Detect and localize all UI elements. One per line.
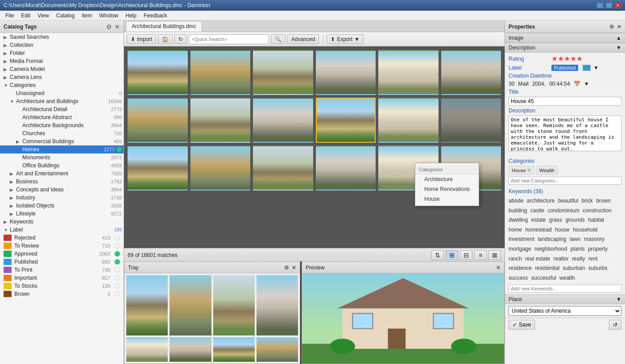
menu-edit[interactable]: Edit <box>17 12 34 20</box>
save-button[interactable]: ✓ Save <box>509 320 535 330</box>
tree-homes[interactable]: Homes 2277 <box>0 145 124 153</box>
label-approved[interactable]: Approved 2063 <box>0 250 124 258</box>
tray-item[interactable] <box>170 337 211 362</box>
label-to-stocks[interactable]: To Stocks 135 <box>0 282 124 290</box>
refresh-button[interactable]: ↻ <box>174 34 187 44</box>
tab-main[interactable]: Architectural Buildings.dmc <box>126 21 202 32</box>
ctx-architecture[interactable]: Architecture <box>415 174 479 184</box>
maximize-button[interactable]: □ <box>605 2 613 8</box>
detail-view-button[interactable]: ⊠ <box>488 250 501 260</box>
kw-wealth[interactable]: wealth <box>559 275 575 281</box>
description-section-header[interactable]: Description ▼ <box>505 43 625 53</box>
image-thumb[interactable] <box>441 98 501 143</box>
undo-button[interactable]: ↺ <box>609 320 621 330</box>
tree-categories[interactable]: ▼ Categories <box>0 81 124 89</box>
kw-property[interactable]: property <box>588 246 608 252</box>
menu-file[interactable]: File <box>2 12 17 20</box>
tray-item[interactable] <box>126 275 168 335</box>
kw-lawn[interactable]: lawn <box>570 236 581 242</box>
home-button[interactable]: 🏠 <box>158 34 173 44</box>
tree-art-entertainment[interactable]: ▶ Art and Entertainment 7920 <box>0 170 124 178</box>
tree-arch-abstract[interactable]: Architecture Abstract 990 <box>0 113 124 121</box>
label-to-print[interactable]: To Print 736 <box>0 266 124 274</box>
menu-feedback[interactable]: Feedback <box>140 12 171 20</box>
image-thumb[interactable] <box>316 145 376 190</box>
tray-item[interactable] <box>126 337 168 362</box>
grid-view-button[interactable]: ⊞ <box>446 250 458 260</box>
kw-real-estate[interactable]: real estate <box>525 256 550 262</box>
image-thumb[interactable] <box>190 145 251 190</box>
cat-tag-wealth[interactable]: Wealth <box>536 166 558 175</box>
image-thumb[interactable] <box>253 145 313 190</box>
menu-help[interactable]: Help <box>122 12 140 20</box>
image-thumb[interactable] <box>190 98 251 143</box>
image-thumb[interactable] <box>128 50 188 95</box>
image-thumb[interactable] <box>128 145 188 190</box>
tray-item[interactable] <box>257 337 298 362</box>
calendar-icon[interactable]: 📅 <box>574 81 580 87</box>
ctx-home-renovations[interactable]: Home Renovations <box>415 184 479 194</box>
label-published-toggle[interactable] <box>115 259 120 265</box>
kw-abode[interactable]: abode <box>509 198 523 204</box>
sort-button[interactable]: ⇅ <box>431 250 444 260</box>
tree-camera-model[interactable]: ▶ Camera Model <box>0 65 124 73</box>
kw-plants[interactable]: plants <box>571 246 585 252</box>
export-button[interactable]: ⬆ Export ▼ <box>327 34 364 44</box>
kw-realty[interactable]: realty <box>572 256 585 262</box>
tree-arch-backgrounds[interactable]: Architecture Backgrounds 3564 <box>0 121 124 129</box>
kw-brown[interactable]: brown <box>596 198 611 204</box>
tree-camera-lens[interactable]: ▶ Camera Lens <box>0 73 124 81</box>
tray-close-icon[interactable]: ✕ <box>292 265 296 271</box>
minimize-button[interactable]: – <box>596 2 604 8</box>
label-to-print-toggle[interactable] <box>115 267 120 273</box>
settings-icon[interactable]: ⚙ <box>106 23 112 30</box>
place-select[interactable]: United States of America <box>509 306 621 316</box>
image-thumb[interactable] <box>316 50 376 95</box>
tray-item[interactable] <box>213 337 255 362</box>
preview-close-icon[interactable]: ✕ <box>496 265 501 271</box>
kw-condominium[interactable]: condominium <box>547 207 579 214</box>
label-brown-toggle[interactable] <box>115 291 120 297</box>
tree-collection[interactable]: ▶ Collection <box>0 41 124 49</box>
kw-landscaping[interactable]: landscaping <box>538 236 566 242</box>
kw-habitat[interactable]: habitat <box>588 217 604 223</box>
label-published[interactable]: Published 693 <box>0 258 124 266</box>
menu-window[interactable]: Window <box>96 12 122 20</box>
advanced-button[interactable]: Advanced <box>287 34 319 44</box>
add-categories-input[interactable] <box>509 177 621 185</box>
tray-item[interactable] <box>170 275 211 335</box>
kw-mortgage[interactable]: mortgage <box>509 246 531 252</box>
properties-settings-icon[interactable]: ⚙ <box>609 24 614 30</box>
label-rejected[interactable]: Rejected 413 <box>0 234 124 242</box>
kw-grass[interactable]: grass <box>549 217 562 223</box>
tree-concepts[interactable]: ▶ Concepts and Ideas 3894 <box>0 186 124 194</box>
kw-beautiful[interactable]: beautiful <box>558 198 578 204</box>
tree-office-buildings[interactable]: Office Buildings 4059 <box>0 161 124 170</box>
label-dropdown-icon[interactable]: ▼ <box>593 65 599 71</box>
kw-residence[interactable]: residence <box>509 265 532 271</box>
image-thumb[interactable] <box>378 50 439 95</box>
kw-success[interactable]: success <box>509 275 528 281</box>
tray-item[interactable] <box>257 275 298 335</box>
kw-homestead[interactable]: homestead <box>525 227 551 233</box>
datetime-dropdown-icon[interactable]: ▼ <box>584 81 589 87</box>
kw-suburban[interactable]: suburban <box>563 265 585 271</box>
tree-monuments[interactable]: Monuments 2673 <box>0 153 124 161</box>
import-button[interactable]: ⬇ Import <box>127 34 156 44</box>
search-input[interactable] <box>189 34 269 44</box>
tree-saved-searches[interactable]: ▶ Saved Searches <box>0 33 124 41</box>
tree-industry[interactable]: ▶ Industry 1716 <box>0 194 124 202</box>
image-thumb[interactable] <box>128 98 188 143</box>
menu-catalog[interactable]: Catalog <box>53 12 78 20</box>
kw-neighborhood[interactable]: neighborhood <box>534 246 567 252</box>
kw-architecture[interactable]: architecture <box>527 198 555 204</box>
kw-castle[interactable]: castle <box>530 207 544 214</box>
image-thumb-selected[interactable] <box>316 98 376 143</box>
kw-investment[interactable]: investment <box>509 236 534 242</box>
label-approved-toggle[interactable] <box>115 251 120 256</box>
tree-media-format[interactable]: ▶ Media Format <box>0 57 124 65</box>
add-keywords-input[interactable] <box>509 285 621 293</box>
label-rejected-toggle[interactable] <box>115 235 120 240</box>
rating-stars[interactable]: ★★★★★ <box>551 54 583 63</box>
cat-tag-house[interactable]: House ✕ <box>509 166 534 175</box>
